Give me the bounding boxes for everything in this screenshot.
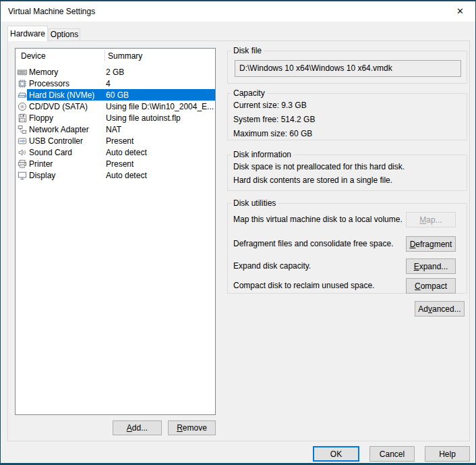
device-name: Printer — [27, 159, 106, 169]
device-row[interactable]: Hard Disk (NVMe)60 GB — [16, 89, 215, 101]
defragment-button[interactable]: Defragment — [406, 236, 456, 252]
expand-button[interactable]: Expand... — [406, 258, 456, 274]
utility-description: Expand disk capacity. — [233, 258, 311, 274]
cancel-button[interactable]: Cancel — [369, 446, 415, 462]
device-summary: 4 — [106, 79, 215, 88]
device-name: Sound Card — [27, 148, 106, 157]
remove-device-button[interactable]: Remove — [168, 420, 216, 435]
device-name: USB Controller — [27, 136, 106, 146]
utility-description: Defragment files and consolidate free sp… — [233, 236, 393, 252]
virtual-machine-settings-dialog: Virtual Machine Settings ✕ Hardware Opti… — [0, 0, 476, 465]
column-header-summary: Summary — [108, 49, 142, 63]
device-summary: Present — [106, 159, 215, 169]
display-icon — [16, 170, 27, 181]
maximum-size-text: Maximum size: 60 GB — [233, 127, 461, 141]
titlebar: Virtual Machine Settings ✕ — [1, 1, 475, 22]
capacity-group: Capacity Current size: 9.3 GB System fre… — [227, 93, 467, 140]
utility-description: Map this virtual machine disk to a local… — [233, 212, 403, 227]
disk-file-group-label: Disk file — [231, 46, 264, 56]
device-summary: 60 GB — [106, 90, 215, 100]
device-row[interactable]: FloppyUsing file autoinst.flp — [16, 112, 215, 124]
device-row[interactable]: Memory2 GB — [16, 66, 215, 78]
disk-utility-row: Expand disk capacity.Expand... — [233, 258, 461, 274]
column-header-device: Device — [21, 49, 46, 63]
network-adapter-icon — [16, 124, 27, 135]
cd-dvd-icon — [16, 101, 27, 112]
device-row[interactable]: Sound CardAuto detect — [16, 146, 215, 158]
device-summary: 2 GB — [106, 67, 215, 77]
device-name: Display — [27, 171, 106, 180]
tab-options[interactable]: Options — [49, 28, 80, 40]
memory-icon — [16, 67, 27, 78]
device-name: Floppy — [27, 113, 106, 123]
device-summary: Auto detect — [106, 148, 215, 157]
system-free-text: System free: 514.2 GB — [233, 113, 461, 127]
device-list[interactable]: Device Summary Memory2 GBProcessors4Hard… — [15, 48, 216, 415]
disk-information-group: Disk information Disk space is not preal… — [227, 155, 467, 191]
tab-hardware[interactable]: Hardware — [7, 26, 48, 41]
disk-file-group: Disk file D:\Windows 10 x64\Windows 10 x… — [227, 51, 467, 84]
floppy-icon — [16, 113, 27, 124]
preallocation-info-text: Disk space is not preallocated for this … — [233, 160, 461, 173]
device-summary: Present — [106, 136, 215, 146]
disk-file-path-field[interactable]: D:\Windows 10 x64\Windows 10 x64.vmdk — [235, 60, 461, 77]
usb-controller-icon — [16, 136, 27, 146]
device-list-header: Device Summary — [16, 49, 215, 63]
printer-icon — [16, 159, 27, 169]
device-row[interactable]: CD/DVD (SATA)Using file D:\Win10_2004_E.… — [16, 101, 215, 112]
help-button[interactable]: Help — [425, 446, 470, 462]
ok-button[interactable]: OK — [313, 446, 359, 462]
device-summary: Using file autoinst.flp — [106, 113, 215, 123]
close-icon[interactable]: ✕ — [445, 1, 475, 22]
device-list-rows: Memory2 GBProcessors4Hard Disk (NVMe)60 … — [16, 66, 215, 181]
disk-utility-row: Map this virtual machine disk to a local… — [233, 212, 461, 227]
device-name: Hard Disk (NVMe) — [27, 90, 106, 100]
column-separator — [105, 50, 105, 61]
capacity-group-label: Capacity — [231, 88, 267, 99]
device-row[interactable]: USB ControllerPresent — [16, 135, 215, 146]
device-row[interactable]: Processors4 — [16, 78, 215, 89]
device-row[interactable]: DisplayAuto detect — [16, 169, 215, 181]
sound-card-icon — [16, 147, 27, 158]
disk-utility-row: Compact disk to reclaim unused space.Com… — [233, 278, 461, 294]
device-name: CD/DVD (SATA) — [27, 102, 106, 111]
processor-icon — [16, 78, 27, 89]
device-name: Network Adapter — [27, 125, 106, 134]
hard-disk-icon — [16, 90, 27, 101]
device-name: Processors — [27, 79, 106, 88]
window-title: Virtual Machine Settings — [8, 1, 95, 22]
device-summary: Auto detect — [106, 171, 215, 180]
single-file-info-text: Hard disk contents are stored in a singl… — [233, 173, 461, 187]
compact-button[interactable]: Compact — [406, 278, 456, 294]
device-name: Memory — [27, 67, 106, 77]
disk-utilities-group: Disk utilities Map this virtual machine … — [227, 203, 467, 294]
add-device-button[interactable]: Add... — [113, 420, 162, 435]
disk-information-group-label: Disk information — [231, 150, 293, 160]
device-row[interactable]: PrinterPresent — [16, 158, 215, 169]
current-size-text: Current size: 9.3 GB — [233, 99, 461, 113]
device-summary: Using file D:\Win10_2004_E... — [106, 102, 215, 111]
advanced-button[interactable]: Advanced... — [415, 301, 465, 317]
device-row[interactable]: Network AdapterNAT — [16, 124, 215, 135]
utility-description: Compact disk to reclaim unused space. — [233, 278, 374, 294]
map-button[interactable]: Map... — [406, 212, 456, 227]
device-summary: NAT — [106, 125, 215, 134]
disk-utility-row: Defragment files and consolidate free sp… — [233, 236, 461, 252]
hardware-tab-page: Device Summary Memory2 GBProcessors4Hard… — [7, 40, 470, 441]
disk-utilities-group-label: Disk utilities — [231, 198, 278, 209]
